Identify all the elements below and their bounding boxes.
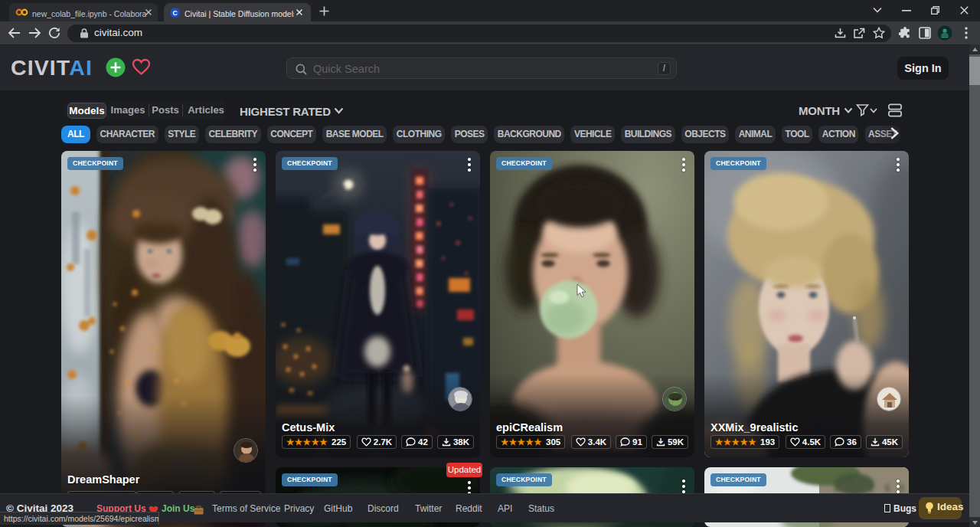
svg-text:C: C	[172, 8, 177, 16]
